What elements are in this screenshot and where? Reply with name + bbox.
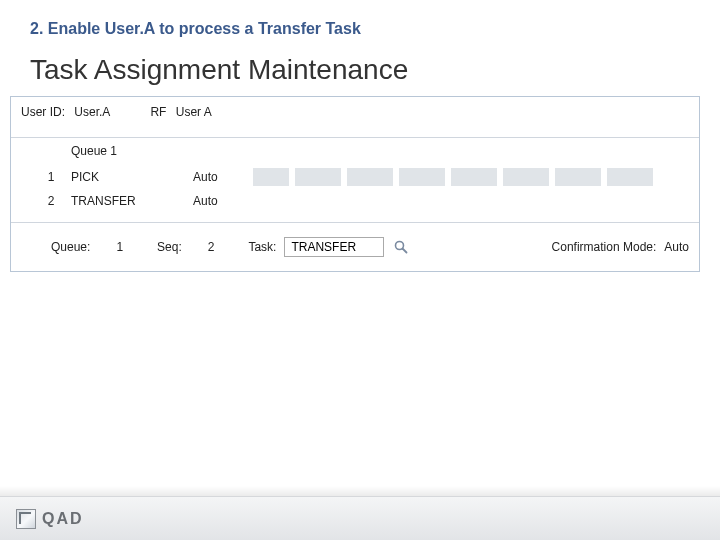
row-mode: Auto (193, 194, 253, 208)
confirmation-pair: Confirmation Mode: Auto (552, 240, 689, 254)
svg-line-1 (403, 249, 407, 253)
footer-shadow (0, 486, 720, 496)
user-id-value: User.A (74, 105, 110, 119)
seq-value: 2 (208, 240, 215, 254)
task-label: Task: (248, 240, 276, 254)
user-id-pair: User ID: User.A (21, 105, 110, 119)
row-placeholder-cells (253, 168, 653, 186)
row-task: PICK (63, 170, 193, 184)
search-icon[interactable] (392, 238, 410, 256)
row-number: 1 (39, 170, 63, 184)
page-title: Task Assignment Maintenance (0, 48, 720, 96)
queue-value: 1 (116, 240, 123, 254)
task-input[interactable] (284, 237, 384, 257)
maintenance-panel: User ID: User.A RF User A Queue 1 1 PICK… (10, 96, 700, 272)
user-info-section: User ID: User.A RF User A (11, 97, 699, 138)
task-pair: Task: (248, 237, 410, 257)
rf-pair: RF User A (150, 105, 211, 119)
user-id-label: User ID: (21, 105, 65, 119)
brand-text: QAD (42, 510, 84, 528)
logo-icon (16, 509, 36, 529)
confirmation-value: Auto (664, 240, 689, 254)
brand-logo: QAD (16, 509, 84, 529)
rf-label: RF (150, 105, 166, 119)
queue-grid: Queue 1 1 PICK Auto 2 TRANSFER Auto (11, 138, 699, 223)
row-task: TRANSFER (63, 194, 193, 208)
form-section: Queue: 1 Seq: 2 Task: Confirmation Mode:… (11, 223, 699, 271)
row-mode: Auto (193, 170, 253, 184)
footer: QAD (0, 496, 720, 540)
step-title: 2. Enable User.A to process a Transfer T… (0, 0, 720, 48)
queue-label: Queue: (51, 240, 90, 254)
row-number: 2 (39, 194, 63, 208)
seq-label: Seq: (157, 240, 182, 254)
confirmation-label: Confirmation Mode: (552, 240, 657, 254)
queue-pair: Queue: 1 (51, 240, 123, 254)
table-row[interactable]: 1 PICK Auto (11, 164, 699, 190)
table-row[interactable]: 2 TRANSFER Auto (11, 190, 699, 212)
queue-header: Queue 1 (11, 138, 699, 164)
seq-pair: Seq: 2 (157, 240, 214, 254)
rf-value: User A (176, 105, 212, 119)
